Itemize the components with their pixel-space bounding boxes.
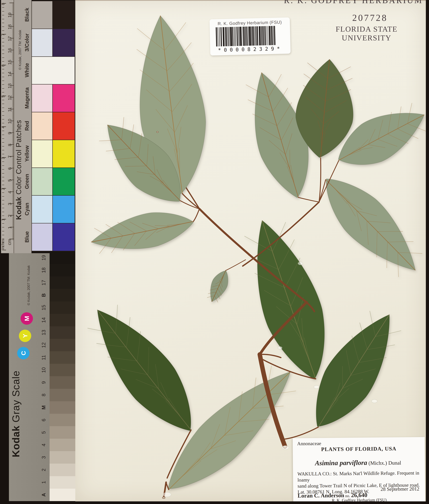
stem: [260, 354, 281, 358]
gray-step: [50, 314, 75, 326]
cm-number: 3: [7, 203, 12, 205]
gray-step: [50, 426, 75, 439]
cm-number: 13: [7, 83, 12, 88]
ink-dot-letter: M: [23, 316, 30, 321]
gray-step: [50, 489, 75, 501]
patch-row-magenta: [32, 84, 75, 112]
leaf-blade: [257, 220, 324, 379]
inch-unit-label: inches: [1, 239, 5, 250]
color-strip-copyright: © Kodak, 2007 TM: Kodak: [18, 30, 22, 70]
gray-scale-steps: [50, 251, 75, 501]
glue-spot: [298, 262, 303, 265]
inch-number: 8: [1, 3, 6, 5]
stem: [284, 427, 318, 439]
leaf-blade: [255, 72, 308, 198]
leaf-left-lower: [91, 212, 194, 254]
patch-cell-solid: [53, 223, 75, 251]
inch-number: 4: [1, 126, 6, 128]
gray-step: [50, 401, 75, 414]
gray-step-number: 18: [41, 267, 47, 273]
gray-step-number: 8: [41, 394, 47, 397]
patch-row-3color: [32, 29, 75, 56]
patch-name-label: White: [24, 63, 30, 77]
cm-unit-label: cm: [7, 239, 12, 245]
cm-number: 9: [7, 132, 12, 134]
patch-name-label: 3/Color: [24, 34, 30, 52]
patch-name-label: Yellow: [24, 145, 30, 162]
gray-step: [50, 464, 75, 476]
glue-spot: [282, 446, 289, 450]
gray-step-number: M: [41, 406, 47, 410]
patch-cell-solid: [53, 112, 75, 140]
gray-step-number: A: [41, 493, 47, 497]
leaf-blade: [91, 212, 194, 249]
patch-cell-solid: [53, 168, 75, 195]
glue-spot: [314, 385, 319, 389]
color-patches: [31, 1, 75, 252]
gray-step-number: 9: [41, 381, 47, 384]
patch-cell: [32, 57, 75, 84]
leaf-right-large: [326, 179, 422, 277]
gray-step-number: 10: [41, 367, 47, 373]
patch-cell-solid: [53, 140, 75, 168]
inch-number: 6: [1, 64, 6, 67]
cm-number: 2: [7, 214, 12, 217]
gray-step-number: 1: [41, 481, 47, 484]
cm-number: 4: [7, 191, 12, 193]
patch-name-label: Black: [24, 8, 30, 22]
gray-step-number: 12: [41, 342, 47, 348]
cm-number: 19: [7, 13, 12, 18]
gray-step: [50, 439, 75, 451]
patch-cell-tint: [32, 1, 52, 29]
patch-name-label: Magenta: [24, 87, 30, 109]
glue-spot: [163, 492, 171, 497]
cm-number: 16: [7, 48, 12, 53]
cm-number: 12: [7, 95, 12, 100]
gray-step: [50, 301, 75, 314]
glue-spot: [372, 399, 377, 403]
leaf-group: [88, 16, 426, 490]
gray-step-number: 11: [41, 355, 47, 360]
kodak-brand: Kodak: [14, 197, 23, 220]
color-strip-title-rest: Color Control Patches: [14, 120, 23, 197]
gray-step: [50, 376, 75, 389]
stem: [226, 260, 246, 271]
inch-number: 7: [1, 34, 6, 36]
patch-cell-solid: [53, 29, 75, 56]
gray-step: [50, 351, 75, 364]
cut-stem-end: [162, 497, 165, 499]
cm-number: 10: [7, 119, 12, 124]
patch-row-green: [32, 168, 75, 195]
gray-strip-title: Kodak Gray Scale: [10, 371, 21, 457]
patch-cell-solid: [53, 84, 75, 112]
stem: [193, 209, 199, 221]
gray-step: [50, 389, 75, 401]
gray-step-number: 2: [41, 469, 47, 471]
gray-step: [50, 326, 75, 339]
leaf-blade: [210, 271, 228, 302]
stem: [298, 197, 319, 202]
gray-step: [50, 251, 75, 264]
gray-scale-strip: © Kodak, 2007 TM: Kodak Kodak Gray Scale…: [9, 253, 50, 501]
herbarium-sheet-photo: R. K. GODFREY HERBARIUM 207728 FLORIDA S…: [0, 0, 429, 504]
inch-number: 2: [1, 188, 6, 190]
gray-step: [50, 264, 75, 276]
cm-number: 5: [7, 179, 12, 182]
gray-step: [50, 414, 75, 426]
patch-cell-tint: [32, 84, 52, 112]
patch-row-black: [32, 1, 75, 29]
gray-step-number: 6: [41, 419, 47, 421]
inch-number: 5: [1, 95, 6, 97]
gray-step-number: B: [41, 293, 47, 297]
cm-number: 14: [7, 72, 12, 77]
cm-number: 17: [7, 36, 12, 41]
patch-cell-solid: [53, 1, 75, 29]
patch-row-blue: [32, 223, 75, 251]
color-control-strip: © Kodak, 2007 TM: Kodak Kodak Color Cont…: [14, 0, 31, 253]
patch-cell-tint: [32, 195, 52, 223]
patch-cell-tint: [32, 168, 52, 195]
patch-name-label: Cyan: [24, 203, 30, 216]
patch-row-cyan: [32, 195, 75, 223]
gray-step-number: 13: [41, 330, 47, 335]
color-strip-title: Kodak Color Control Patches: [14, 120, 23, 220]
